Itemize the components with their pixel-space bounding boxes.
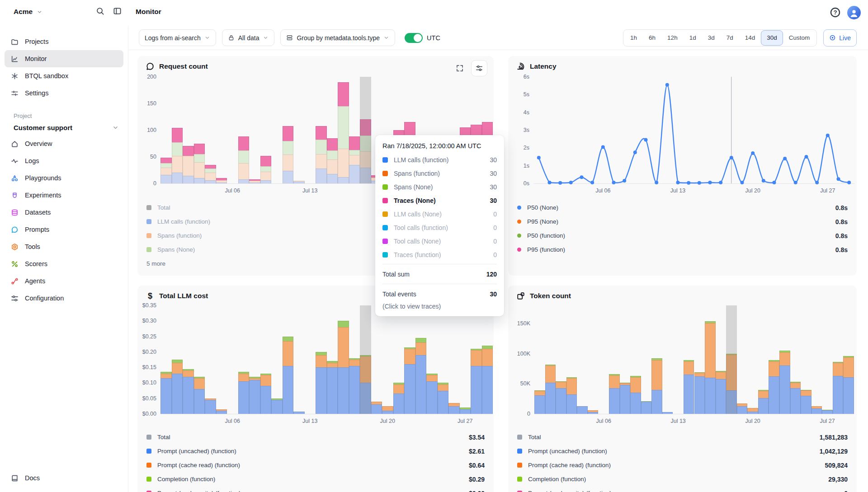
bar-slot[interactable] bbox=[160, 305, 172, 414]
sidebar-item-configuration[interactable]: Configuration bbox=[5, 290, 123, 307]
data-point[interactable] bbox=[773, 181, 776, 184]
group-by-button[interactable]: Group by metadata.tools.type bbox=[280, 29, 395, 46]
bar-slot[interactable] bbox=[790, 305, 801, 414]
bar-slot[interactable] bbox=[404, 305, 415, 414]
data-point[interactable] bbox=[805, 155, 808, 159]
range-1h[interactable]: 1h bbox=[624, 30, 643, 46]
bar-slot[interactable] bbox=[822, 305, 833, 414]
sidebar-item-datasets[interactable]: Datasets bbox=[5, 204, 123, 221]
help-icon[interactable]: ? bbox=[830, 7, 841, 18]
sidebar-item-docs[interactable]: Docs bbox=[5, 469, 123, 487]
range-7d[interactable]: 7d bbox=[721, 30, 739, 46]
bar-slot[interactable] bbox=[183, 77, 194, 183]
data-point[interactable] bbox=[762, 179, 765, 183]
data-point[interactable] bbox=[655, 181, 658, 184]
bar-slot[interactable] bbox=[769, 305, 779, 414]
sidebar-item-agents[interactable]: Agents bbox=[5, 272, 123, 290]
bar-slot[interactable] bbox=[460, 305, 471, 414]
sidebar-item-overview[interactable]: Overview bbox=[5, 135, 123, 152]
bar-slot[interactable] bbox=[238, 305, 250, 414]
data-point[interactable] bbox=[698, 181, 701, 185]
range-6h[interactable]: 6h bbox=[643, 30, 661, 46]
data-point[interactable] bbox=[730, 156, 733, 159]
bar-slot[interactable] bbox=[382, 305, 393, 414]
bar-slot[interactable] bbox=[758, 305, 769, 414]
data-point[interactable] bbox=[558, 181, 562, 185]
legend-item[interactable]: Prompt (uncached) (function)$2.61 bbox=[146, 444, 485, 458]
bar-slot[interactable] bbox=[598, 305, 609, 414]
data-point[interactable] bbox=[590, 181, 594, 184]
org-switcher[interactable]: Acme bbox=[14, 8, 42, 16]
bar-slot[interactable] bbox=[227, 305, 238, 414]
bar-slot[interactable] bbox=[260, 305, 272, 414]
bar-slot[interactable] bbox=[415, 305, 427, 414]
bar-slot[interactable] bbox=[833, 305, 844, 414]
bar-slot[interactable] bbox=[305, 77, 316, 183]
data-point[interactable] bbox=[548, 181, 552, 184]
bar-slot[interactable] bbox=[673, 305, 684, 414]
bar-slot[interactable] bbox=[293, 77, 305, 183]
legend-item[interactable]: Prompt (cache write) (function)0 bbox=[517, 486, 848, 492]
sidebar-item-projects[interactable]: Projects bbox=[5, 33, 123, 50]
data-point[interactable] bbox=[837, 177, 840, 181]
data-point[interactable] bbox=[537, 156, 541, 159]
data-point[interactable] bbox=[676, 181, 680, 184]
sidebar-item-playgrounds[interactable]: Playgrounds bbox=[5, 169, 123, 187]
bar-slot[interactable] bbox=[327, 305, 338, 414]
data-filter-button[interactable]: All data bbox=[222, 29, 275, 46]
data-point[interactable] bbox=[569, 181, 573, 184]
bar-slot[interactable] bbox=[349, 305, 360, 414]
range-custom[interactable]: Custom bbox=[783, 30, 816, 46]
bar-slot[interactable] bbox=[843, 305, 854, 414]
data-point[interactable] bbox=[751, 151, 755, 155]
sidebar-item-monitor[interactable]: Monitor bbox=[5, 50, 123, 67]
bar-slot[interactable] bbox=[534, 305, 545, 414]
bar-slot[interactable] bbox=[316, 77, 327, 183]
bar-slot[interactable] bbox=[371, 305, 382, 414]
data-point[interactable] bbox=[623, 179, 626, 183]
sidebar-item-logs[interactable]: Logs bbox=[5, 152, 123, 169]
bar-slot[interactable] bbox=[194, 77, 205, 183]
bar-slot[interactable] bbox=[630, 305, 641, 414]
data-point[interactable] bbox=[708, 181, 712, 184]
bar-slot[interactable] bbox=[283, 305, 294, 414]
legend-item[interactable]: P50 (function)0.8s bbox=[517, 229, 848, 243]
legend-item[interactable]: P95 (function)0.8s bbox=[517, 243, 848, 257]
bar-slot[interactable] bbox=[205, 305, 216, 414]
bar-slot[interactable] bbox=[801, 305, 811, 414]
bar-slot[interactable] bbox=[271, 305, 283, 414]
range-3d[interactable]: 3d bbox=[702, 30, 721, 46]
data-point[interactable] bbox=[719, 181, 722, 184]
bar-slot[interactable] bbox=[293, 305, 305, 414]
bar-slot[interactable] bbox=[588, 305, 599, 414]
legend-item[interactable]: Prompt (cache read) (function)$0.64 bbox=[146, 458, 485, 472]
range-14d[interactable]: 14d bbox=[739, 30, 761, 46]
sidebar-item-experiments[interactable]: Experiments bbox=[5, 187, 123, 204]
sidebar-toggle-icon[interactable] bbox=[113, 7, 122, 15]
bar-slot[interactable] bbox=[662, 305, 673, 414]
bar-slot[interactable] bbox=[684, 305, 694, 414]
chart-settings-button[interactable] bbox=[471, 60, 487, 76]
bar-slot[interactable] bbox=[305, 305, 316, 414]
source-filter-button[interactable]: Logs from ai-search bbox=[139, 29, 216, 46]
data-point[interactable] bbox=[612, 181, 616, 184]
bar-slot[interactable] bbox=[205, 77, 216, 183]
bar-slot[interactable] bbox=[216, 305, 227, 414]
utc-toggle[interactable] bbox=[405, 33, 423, 43]
bar-slot[interactable] bbox=[737, 305, 748, 414]
bar-slot[interactable] bbox=[545, 305, 556, 414]
legend-item[interactable]: Completion (function)$0.29 bbox=[146, 472, 485, 486]
bar-slot[interactable] bbox=[183, 305, 194, 414]
bar-slot[interactable] bbox=[482, 305, 493, 414]
data-point[interactable] bbox=[847, 181, 851, 184]
bar-slot[interactable] bbox=[338, 305, 349, 414]
bar-slot[interactable] bbox=[426, 305, 438, 414]
bar-slot[interactable] bbox=[747, 305, 758, 414]
project-switcher[interactable]: Customer support bbox=[14, 124, 119, 131]
bar-slot[interactable] bbox=[216, 77, 227, 183]
range-30d[interactable]: 30d bbox=[761, 30, 783, 46]
bar-slot[interactable] bbox=[194, 305, 205, 414]
data-point[interactable] bbox=[601, 145, 605, 149]
bar-slot[interactable] bbox=[779, 305, 790, 414]
bar-slot[interactable] bbox=[641, 305, 652, 414]
